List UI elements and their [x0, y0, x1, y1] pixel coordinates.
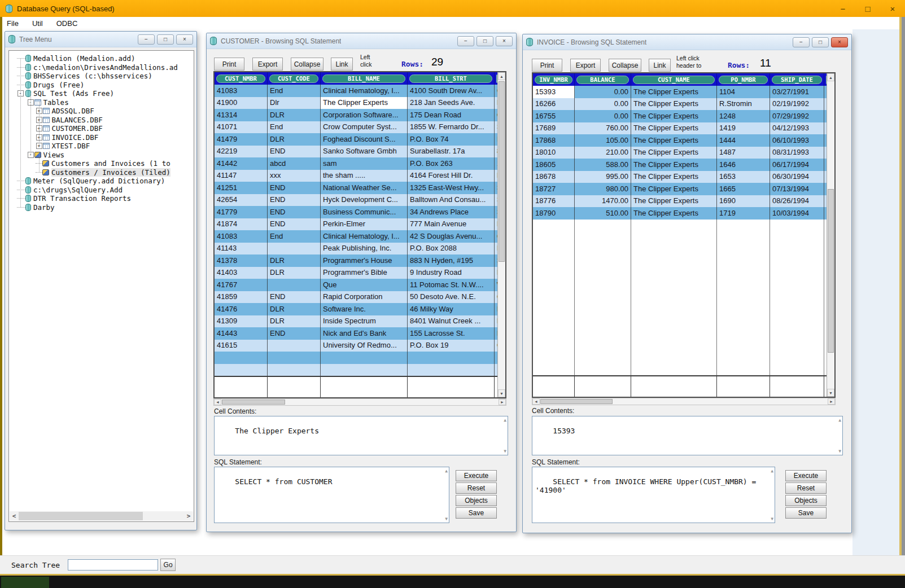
- scroll-right-icon[interactable]: >: [184, 511, 193, 521]
- restore-button[interactable]: □: [476, 36, 493, 46]
- grid-cell[interactable]: 41615: [215, 340, 268, 352]
- grid-cell[interactable]: The Clipper Experts: [631, 122, 717, 135]
- cell-contents-box[interactable]: 15393 ▲ ▼: [532, 416, 843, 455]
- grid-cell[interactable]: 8401 Walnut Creek ...: [408, 315, 495, 328]
- grid-cell[interactable]: Clinical Hematology, I...: [321, 85, 408, 97]
- grid-cell[interactable]: 510.00: [575, 207, 631, 220]
- grid-cell[interactable]: END: [268, 146, 321, 158]
- grid-cell[interactable]: Clinical Hematology, I...: [321, 230, 408, 243]
- grid-cell[interactable]: 46 Milky Way: [408, 303, 495, 315]
- grid-cell[interactable]: Foghead Discount S...: [321, 133, 408, 146]
- grid-cell[interactable]: 1719: [717, 207, 770, 220]
- export-button[interactable]: Export: [252, 58, 283, 71]
- grid-cell[interactable]: 1665: [717, 183, 770, 195]
- grid-cell[interactable]: END: [268, 182, 321, 194]
- grid-cell[interactable]: The Clipper Experts: [631, 207, 717, 220]
- grid-cell[interactable]: End: [268, 230, 321, 243]
- grid-cell[interactable]: End: [268, 121, 321, 134]
- scroll-left-icon[interactable]: <: [10, 511, 19, 521]
- scrollbar-thumb[interactable]: [222, 400, 285, 405]
- vertical-scrollbar[interactable]: ▲▼: [827, 73, 834, 397]
- grid-cell[interactable]: END: [268, 194, 321, 207]
- tree-item[interactable]: Darby: [9, 203, 194, 212]
- grid-cell[interactable]: 06/10/1993: [770, 134, 824, 147]
- grid-cell[interactable]: END: [268, 206, 321, 218]
- grid-cell[interactable]: P.O. Box 2088: [408, 243, 495, 255]
- grid-cell[interactable]: END: [268, 218, 321, 231]
- scroll-left-icon[interactable]: ◄: [532, 398, 540, 405]
- invoice-titlebar[interactable]: INVOICE - Browsing SQL Statement − □ ×: [523, 34, 851, 50]
- scroll-down-icon[interactable]: ▼: [771, 516, 773, 521]
- tree-item[interactable]: BHSServices (c:\bhsservices): [9, 72, 194, 81]
- go-button[interactable]: Go: [160, 559, 176, 571]
- grid-cell[interactable]: 218 Jan Seeds Ave.: [408, 97, 495, 109]
- scroll-up-icon[interactable]: ▲: [498, 72, 505, 80]
- grid-cell[interactable]: DLR: [268, 303, 321, 315]
- grid-cell[interactable]: The Clipper Experts: [631, 110, 717, 122]
- tree-item[interactable]: +XTEST.DBF: [9, 142, 194, 151]
- grid-cell[interactable]: 18776: [533, 195, 575, 208]
- minimize-button[interactable]: −: [457, 36, 474, 46]
- grid-cell[interactable]: 10/03/1994: [770, 207, 824, 220]
- grid-cell[interactable]: 1104: [717, 86, 770, 98]
- tree-item[interactable]: +ADSSQL.DBF: [9, 107, 194, 116]
- sql-statement-box[interactable]: SELECT * from INVOICE WHERE Upper(CUST_N…: [532, 467, 775, 523]
- scroll-down-icon[interactable]: ▼: [827, 389, 834, 397]
- grid-cell[interactable]: 07/13/1994: [770, 183, 824, 195]
- scroll-down-icon[interactable]: ▼: [838, 449, 841, 454]
- grid-cell[interactable]: 41083: [215, 230, 268, 243]
- menu-odbc[interactable]: ODBC: [50, 19, 85, 28]
- restore-button[interactable]: □: [812, 37, 829, 47]
- menu-file[interactable]: File: [0, 19, 25, 28]
- edit-cell[interactable]: [717, 376, 770, 398]
- grid-cell[interactable]: 1444: [717, 134, 770, 147]
- grid-cell[interactable]: 16266: [533, 98, 575, 111]
- grid-cell[interactable]: Dlr: [268, 97, 321, 109]
- print-button[interactable]: Print: [532, 59, 562, 72]
- column-header[interactable]: BALANCE: [576, 76, 629, 84]
- grid-edit-row[interactable]: [215, 376, 505, 398]
- search-tree-input[interactable]: [68, 559, 158, 571]
- tree-item[interactable]: -SQL Test (Ads Free): [9, 89, 194, 98]
- grid-cell[interactable]: 03/27/1991: [770, 86, 824, 98]
- grid-cell[interactable]: 777 Main Avenue: [408, 218, 495, 231]
- grid-cell[interactable]: Crow Computer Syst...: [321, 121, 408, 134]
- grid-cell[interactable]: 08/31/1993: [770, 147, 824, 159]
- grid-cell[interactable]: Surabellastr. 17a: [408, 146, 495, 158]
- grid-cell[interactable]: 34 Andrews Place: [408, 206, 495, 218]
- grid-cell[interactable]: National Weather Se...: [321, 182, 408, 194]
- grid-cell[interactable]: Rapid Corporation: [321, 291, 408, 304]
- app-maximize-icon[interactable]: □: [855, 0, 880, 17]
- grid-cell[interactable]: DLR: [268, 109, 321, 121]
- grid-cell[interactable]: Inside Spectrum: [321, 315, 408, 328]
- grid-cell[interactable]: 0.00: [575, 98, 631, 111]
- collapse-button[interactable]: Collapse: [291, 58, 323, 71]
- scroll-right-icon[interactable]: ►: [499, 399, 506, 405]
- grid-cell[interactable]: DLR: [268, 133, 321, 146]
- grid-cell[interactable]: The Clipper Experts: [631, 183, 717, 195]
- grid-cell[interactable]: 175 Dean Road: [408, 109, 495, 121]
- grid-cell[interactable]: 1646: [717, 159, 770, 171]
- grid-cell[interactable]: Perkin-Elmer: [321, 218, 408, 231]
- main-titlebar[interactable]: Database Query (SQL-based) − □ ×: [0, 0, 905, 17]
- grid-cell[interactable]: 1653: [717, 171, 770, 183]
- grid-cell[interactable]: 06/30/1994: [770, 171, 824, 183]
- column-header[interactable]: CUST_NAME: [633, 76, 715, 84]
- grid-cell[interactable]: 210.00: [575, 147, 631, 159]
- grid-cell[interactable]: 41143: [215, 243, 268, 255]
- column-header[interactable]: BILL_NAME: [322, 74, 405, 83]
- tree-item[interactable]: Customers and Invoices (1 to: [9, 159, 194, 168]
- grid-cell[interactable]: sam: [321, 157, 408, 170]
- grid-cell[interactable]: 41779: [215, 206, 268, 218]
- grid-cell[interactable]: 41900: [215, 97, 268, 109]
- grid-cell[interactable]: 18790: [533, 207, 575, 220]
- scroll-up-icon[interactable]: ▲: [445, 468, 448, 473]
- grid-cell[interactable]: 17868: [533, 134, 575, 147]
- customer-horizontal-scrollbar[interactable]: ◄►: [213, 398, 506, 406]
- grid-cell[interactable]: 883 N Hyden, #195: [408, 254, 495, 267]
- collapse-button[interactable]: Collapse: [609, 59, 641, 72]
- grid-cell[interactable]: The Clipper Experts: [631, 171, 717, 183]
- grid-cell[interactable]: 42 S Douglas Avenu...: [408, 230, 495, 243]
- grid-cell[interactable]: 995.00: [575, 171, 631, 183]
- grid-edit-row[interactable]: [533, 375, 834, 398]
